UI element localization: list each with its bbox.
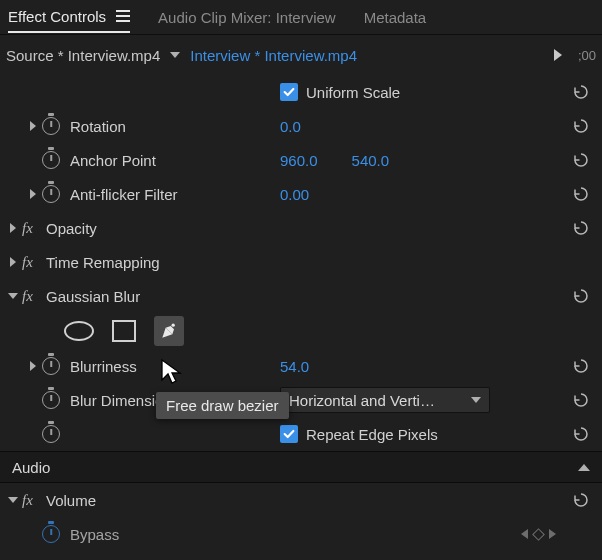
fx-icon: fx [22,220,46,237]
tooltip: Free draw bezier [156,392,289,419]
expand-toggle[interactable] [4,497,22,503]
add-keyframe-icon[interactable] [532,528,545,541]
prop-repeat-edge: Repeat Edge Pixels [0,417,602,451]
expand-toggle[interactable] [24,121,42,131]
reset-button[interactable] [570,149,592,171]
tab-label: Metadata [364,9,427,26]
opacity-label: Opacity [46,220,97,237]
prop-bypass: Bypass [0,517,602,551]
stopwatch-icon[interactable] [42,425,60,443]
stopwatch-icon[interactable] [42,185,60,203]
reset-button[interactable] [570,217,592,239]
stopwatch-icon[interactable] [42,151,60,169]
panel-tabs: Effect Controls Audio Clip Mixer: Interv… [0,0,602,34]
expand-toggle[interactable] [4,257,22,267]
keyframe-nav [521,529,556,539]
effect-controls-panel: Uniform Scale Rotation 0.0 Anchor Point … [0,75,602,551]
prop-uniform-scale: Uniform Scale [0,75,602,109]
play-icon[interactable] [554,49,562,61]
reset-button[interactable] [570,183,592,205]
next-keyframe-icon[interactable] [549,529,556,539]
dropdown-value: Horizontal and Verti… [289,392,435,409]
time-remap-label: Time Remapping [46,254,160,271]
collapse-icon[interactable] [578,464,590,471]
bypass-label: Bypass [70,526,119,543]
gaussian-label: Gaussian Blur [46,288,140,305]
tab-audio-mixer[interactable]: Audio Clip Mixer: Interview [158,3,336,32]
ellipse-mask-icon[interactable] [64,321,94,341]
effect-opacity[interactable]: fx Opacity [0,211,602,245]
reset-button[interactable] [570,489,592,511]
effect-volume[interactable]: fx Volume [0,483,602,517]
pen-mask-icon[interactable] [154,316,184,346]
volume-label: Volume [46,492,96,509]
blur-dims-dropdown[interactable]: Horizontal and Verti… [280,387,490,413]
tab-effect-controls[interactable]: Effect Controls [8,2,130,33]
audio-section-header[interactable]: Audio [0,451,602,483]
repeat-edge-checkbox[interactable] [280,425,298,443]
chevron-down-icon[interactable] [170,52,180,58]
uniform-scale-checkbox[interactable] [280,83,298,101]
fx-icon: fx [22,254,46,271]
antiflicker-label: Anti-flicker Filter [70,186,178,203]
svg-point-0 [172,324,175,327]
anchor-y-value[interactable]: 540.0 [352,152,390,169]
audio-header-label: Audio [12,459,50,476]
rotation-value[interactable]: 0.0 [280,118,301,135]
prop-blurriness: Blurriness 54.0 [0,349,602,383]
expand-toggle[interactable] [24,189,42,199]
tab-label: Effect Controls [8,8,106,25]
prev-keyframe-icon[interactable] [521,529,528,539]
tab-label: Audio Clip Mixer: Interview [158,9,336,26]
stopwatch-icon[interactable] [42,525,60,543]
stopwatch-icon[interactable] [42,357,60,375]
anchor-x-value[interactable]: 960.0 [280,152,318,169]
expand-toggle[interactable] [4,223,22,233]
uniform-scale-label: Uniform Scale [306,84,400,101]
repeat-edge-label: Repeat Edge Pixels [306,426,438,443]
tab-metadata[interactable]: Metadata [364,3,427,32]
reset-button[interactable] [570,355,592,377]
anchor-label: Anchor Point [70,152,156,169]
prop-blur-dimensions: Blur Dimensions Horizontal and Verti… [0,383,602,417]
prop-anchor-point: Anchor Point 960.0 540.0 [0,143,602,177]
effect-gaussian-blur[interactable]: fx Gaussian Blur [0,279,602,313]
reset-button[interactable] [570,81,592,103]
reset-button[interactable] [570,423,592,445]
timecode: ;00 [578,48,596,63]
effect-time-remapping[interactable]: fx Time Remapping [0,245,602,279]
chevron-down-icon [471,397,481,403]
source-row: Source * Interview.mp4 Interview * Inter… [0,35,602,75]
blurriness-value[interactable]: 54.0 [280,358,309,375]
prop-rotation: Rotation 0.0 [0,109,602,143]
reset-button[interactable] [570,389,592,411]
antiflicker-value[interactable]: 0.00 [280,186,309,203]
rotation-label: Rotation [70,118,126,135]
reset-button[interactable] [570,285,592,307]
expand-toggle[interactable] [4,293,22,299]
prop-antiflicker: Anti-flicker Filter 0.00 [0,177,602,211]
reset-button[interactable] [570,115,592,137]
expand-toggle[interactable] [24,361,42,371]
fx-icon: fx [22,288,46,305]
rect-mask-icon[interactable] [112,320,136,342]
blurriness-label: Blurriness [70,358,137,375]
stopwatch-icon[interactable] [42,117,60,135]
fx-icon: fx [22,492,46,509]
mask-tools [0,313,602,349]
panel-menu-icon[interactable] [116,10,130,22]
stopwatch-icon[interactable] [42,391,60,409]
sequence-clip-link[interactable]: Interview * Interview.mp4 [190,47,357,64]
source-label: Source * Interview.mp4 [6,47,160,64]
